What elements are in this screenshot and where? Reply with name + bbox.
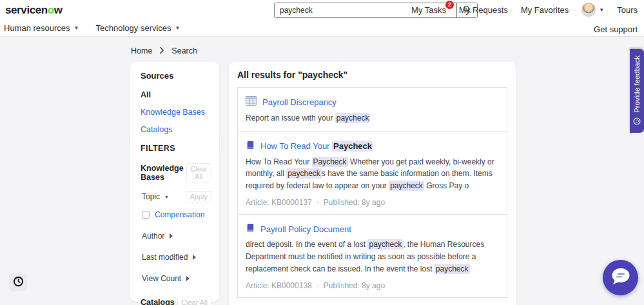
my-favorites-link[interactable]: My Favorites <box>521 5 569 15</box>
result-published: Published: 8y ago <box>324 281 385 290</box>
source-catalogs[interactable]: Catalogs <box>141 125 209 134</box>
avatar <box>581 3 596 17</box>
kb-topic-dropdown[interactable]: Topic▼ <box>141 192 169 201</box>
result-published: Published: 8y ago <box>324 198 385 207</box>
breadcrumb-current: Search <box>171 46 197 55</box>
chat-button[interactable] <box>603 260 638 295</box>
smiley-icon <box>633 117 641 125</box>
kb-compensation-label[interactable]: Compensation <box>155 210 204 219</box>
kb-topic-label: Topic <box>142 192 160 201</box>
user-menu[interactable]: ▼ <box>581 3 604 17</box>
result-payroll-policy-document: Payroll Policy Document direct deposit. … <box>237 214 507 298</box>
result-description: Report an issue with your paycheck <box>246 112 499 124</box>
kb-apply-button[interactable]: Apply <box>186 191 211 202</box>
result-title-link[interactable]: Payroll Policy Document <box>260 224 351 234</box>
catalogs-filter-title: Catalogs <box>141 298 175 305</box>
sources-title: Sources <box>141 71 209 81</box>
breadcrumb: Home Search <box>131 46 197 55</box>
catalog-item-icon <box>246 96 257 108</box>
chevron-down-icon: ▼ <box>599 7 604 13</box>
results-heading: All results for "paycheck" <box>237 70 507 80</box>
filter-author[interactable]: Author <box>141 231 211 241</box>
chevron-right-icon <box>186 276 190 281</box>
search-results-panel: All results for "paycheck" Payroll Discr… <box>229 62 516 305</box>
breadcrumb-home[interactable]: Home <box>131 46 152 55</box>
result-meta: Article: KB0000138 · Published: 8y ago <box>246 281 499 290</box>
get-support-link[interactable]: Get support <box>594 25 638 34</box>
catalogs-filter-header: Catalogs Clear All <box>141 297 211 305</box>
result-description: direct deposit. In the event of a lost p… <box>246 239 499 275</box>
logo-green-o: o <box>48 4 54 16</box>
chat-bubble-icon <box>610 267 632 289</box>
servicenow-logo[interactable]: servicenow <box>5 4 63 17</box>
kb-filter-title: Knowledge Bases <box>141 164 186 182</box>
source-knowledge-bases[interactable]: Knowledge Bases <box>141 108 209 117</box>
logo-text: servicen <box>5 4 48 16</box>
filter-author-label: Author <box>142 231 164 241</box>
provide-feedback-label: Provide feedback <box>633 55 641 113</box>
menu-label: Technology services <box>96 23 171 33</box>
meta-separator: · <box>317 198 319 207</box>
my-tasks-link[interactable]: My Tasks2 <box>411 5 446 15</box>
chevron-down-icon: ▼ <box>164 195 169 199</box>
logo-text-end: w <box>54 4 63 16</box>
filter-last-modified-label: Last modified <box>142 253 188 262</box>
kb-compensation-checkbox[interactable] <box>142 211 150 219</box>
chevron-right-icon <box>159 46 164 55</box>
chevron-right-icon <box>193 255 196 260</box>
filter-last-modified[interactable]: Last modified <box>141 253 211 262</box>
filter-view-count-label: View Count <box>142 274 181 283</box>
kb-filter-header: Knowledge Bases Clear All <box>141 163 211 182</box>
result-payroll-discrepancy: Payroll Discrepancy Report an issue with… <box>237 87 507 132</box>
my-requests-link[interactable]: My Requests <box>459 5 508 15</box>
my-tasks-label: My Tasks <box>411 5 446 15</box>
chevron-right-icon <box>170 233 173 239</box>
meta-separator: · <box>317 281 319 290</box>
result-article-number: Article: KB0000138 <box>246 281 312 290</box>
kb-compensation-row: Compensation <box>141 210 211 219</box>
result-meta: Article: KB0000137 · Published: 8y ago <box>246 198 499 207</box>
my-tasks-badge: 2 <box>445 1 454 9</box>
result-title-link[interactable]: How To Read Your Paycheck <box>260 141 373 151</box>
knowledge-article-icon <box>246 141 255 152</box>
topic-menus: Human resources▼ Technology services▼ <box>4 23 181 33</box>
kb-topic-row: Topic▼ Apply <box>141 191 211 202</box>
source-all[interactable]: All <box>141 90 209 99</box>
result-article-number: Article: KB0000137 <box>246 198 312 207</box>
provide-feedback-tab[interactable]: Provide feedback <box>630 49 644 133</box>
clock-icon <box>13 276 24 290</box>
knowledge-article-icon <box>246 223 255 235</box>
menu-human-resources[interactable]: Human resources▼ <box>4 23 79 33</box>
result-title-link[interactable]: Payroll Discrepancy <box>262 97 337 107</box>
header-links: My Tasks2 My Requests My Favorites ▼ Tou… <box>411 0 638 19</box>
sources-panel: Sources All Knowledge Bases Catalogs <box>130 62 219 147</box>
menu-label: Human resources <box>4 23 70 33</box>
chevron-down-icon: ▼ <box>74 25 79 31</box>
tours-link[interactable]: Tours <box>617 5 638 15</box>
filters-panel: FILTERS Knowledge Bases Clear All Topic▼… <box>130 135 219 302</box>
filters-title: FILTERS <box>141 144 211 153</box>
menu-technology-services[interactable]: Technology services▼ <box>96 23 181 33</box>
kb-clear-all-button[interactable]: Clear All <box>186 163 211 182</box>
result-description: How To Read Your Paycheck Whether you ge… <box>246 156 499 192</box>
filter-view-count[interactable]: View Count <box>141 274 211 283</box>
header: servicenow My Tasks2 My Requests My Favo… <box>0 0 644 37</box>
chevron-down-icon: ▼ <box>175 25 181 31</box>
history-button[interactable] <box>9 273 27 291</box>
result-how-to-read-your-paycheck: How To Read Your Paycheck How To Read Yo… <box>237 132 507 215</box>
catalogs-clear-all-button[interactable]: Clear All <box>177 297 211 305</box>
